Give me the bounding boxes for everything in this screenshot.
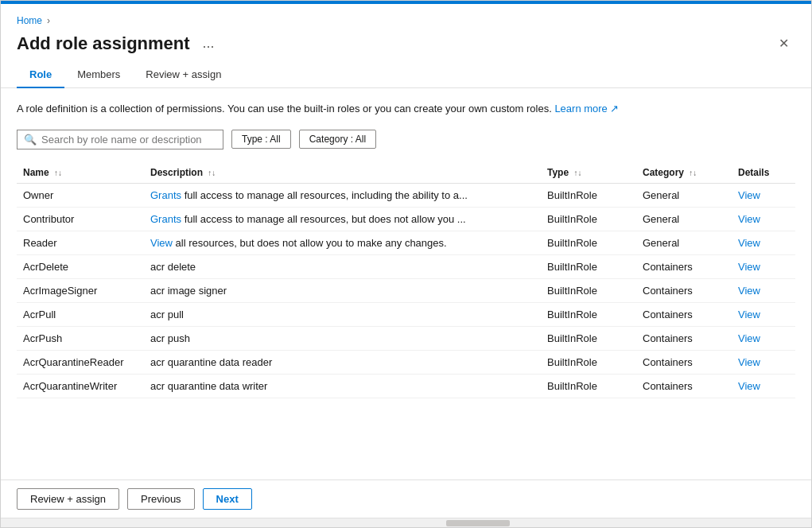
search-input[interactable]: [41, 134, 216, 146]
search-box: 🔍: [17, 130, 223, 149]
cell-name: AcrImageSigner: [17, 278, 144, 302]
cell-type: BuiltInRole: [541, 207, 636, 231]
cell-description: acr pull: [144, 302, 541, 326]
table-row[interactable]: AcrPullacr pullBuiltInRoleContainersView: [17, 302, 795, 326]
table-row[interactable]: AcrImageSigneracr image signerBuiltInRol…: [17, 278, 795, 302]
cell-name: AcrPull: [17, 302, 144, 326]
table-row[interactable]: ReaderView all resources, but does not a…: [17, 231, 795, 254]
cell-name: AcrQuarantineWriter: [17, 374, 144, 398]
cell-name: Owner: [17, 183, 144, 207]
cell-type: BuiltInRole: [541, 350, 636, 374]
cell-type: BuiltInRole: [541, 374, 636, 398]
cell-category: Containers: [636, 254, 732, 278]
table-header-row: Name ↑↓ Description ↑↓ Type ↑↓ Category …: [17, 162, 795, 184]
view-link[interactable]: View: [738, 237, 760, 249]
col-header-details: Details: [732, 162, 795, 184]
tab-review-assign[interactable]: Review + assign: [133, 62, 234, 88]
page-title: Add role assignment: [17, 33, 190, 54]
cell-description: acr quarantine data writer: [144, 374, 541, 398]
close-button[interactable]: ✕: [772, 33, 795, 54]
cell-details: View: [732, 374, 795, 398]
content-area: A role definition is a collection of per…: [1, 88, 811, 479]
view-link[interactable]: View: [738, 285, 760, 297]
roles-table: Name ↑↓ Description ↑↓ Type ↑↓ Category …: [17, 162, 795, 398]
horizontal-scrollbar[interactable]: [1, 518, 811, 527]
breadcrumb: Home ›: [1, 4, 811, 29]
cell-description: Grants full access to manage all resourc…: [144, 207, 541, 231]
cell-type: BuiltInRole: [541, 231, 636, 254]
cell-type: BuiltInRole: [541, 183, 636, 207]
view-link[interactable]: View: [738, 309, 760, 320]
category-sort-icon: ↑↓: [689, 169, 697, 177]
title-row: Add role assignment ... ✕: [1, 29, 811, 62]
view-link[interactable]: View: [738, 189, 760, 201]
next-button[interactable]: Next: [203, 488, 252, 510]
cell-description: Grants full access to manage all resourc…: [144, 183, 541, 207]
cell-details: View: [732, 183, 795, 207]
table-row[interactable]: AcrPushacr pushBuiltInRoleContainersView: [17, 326, 795, 350]
type-filter-pill[interactable]: Type : All: [231, 130, 291, 149]
table-row[interactable]: ContributorGrants full access to manage …: [17, 207, 795, 231]
view-link[interactable]: View: [738, 213, 760, 225]
cell-name: AcrQuarantineReader: [17, 350, 144, 374]
view-link[interactable]: View: [738, 261, 760, 273]
table-body: OwnerGrants full access to manage all re…: [17, 183, 795, 398]
col-header-type[interactable]: Type ↑↓: [541, 162, 636, 184]
cell-name: AcrPush: [17, 326, 144, 350]
category-filter-pill[interactable]: Category : All: [299, 130, 376, 149]
cell-description: acr image signer: [144, 278, 541, 302]
type-sort-icon: ↑↓: [573, 169, 581, 177]
title-row-left: Add role assignment ...: [17, 33, 220, 54]
ellipsis-button[interactable]: ...: [198, 33, 220, 53]
footer: Review + assign Previous Next: [1, 479, 811, 518]
col-header-name[interactable]: Name ↑↓: [17, 162, 144, 184]
search-icon: 🔍: [24, 134, 37, 146]
horizontal-scroll-thumb[interactable]: [446, 520, 510, 526]
cell-category: Containers: [636, 374, 732, 398]
cell-details: View: [732, 207, 795, 231]
cell-details: View: [732, 350, 795, 374]
table-row[interactable]: AcrDeleteacr deleteBuiltInRoleContainers…: [17, 254, 795, 278]
breadcrumb-separator: ›: [47, 15, 50, 26]
cell-category: General: [636, 231, 732, 254]
tab-members[interactable]: Members: [64, 62, 133, 88]
filter-row: 🔍 Type : All Category : All: [17, 130, 795, 149]
learn-more-link[interactable]: Learn more ↗: [554, 103, 619, 115]
cell-description: acr push: [144, 326, 541, 350]
cell-details: View: [732, 302, 795, 326]
cell-category: General: [636, 183, 732, 207]
cell-description: View all resources, but does not allow y…: [144, 231, 541, 254]
table-row[interactable]: OwnerGrants full access to manage all re…: [17, 183, 795, 207]
cell-type: BuiltInRole: [541, 278, 636, 302]
col-header-category[interactable]: Category ↑↓: [636, 162, 732, 184]
view-link[interactable]: View: [738, 380, 760, 392]
tabs-container: Role Members Review + assign: [1, 62, 811, 88]
table-row[interactable]: AcrQuarantineWriteracr quarantine data w…: [17, 374, 795, 398]
cell-details: View: [732, 231, 795, 254]
cell-type: BuiltInRole: [541, 254, 636, 278]
view-link[interactable]: View: [738, 332, 760, 344]
cell-description: acr delete: [144, 254, 541, 278]
cell-category: Containers: [636, 278, 732, 302]
cell-type: BuiltInRole: [541, 302, 636, 326]
previous-button[interactable]: Previous: [127, 488, 195, 510]
cell-type: BuiltInRole: [541, 326, 636, 350]
cell-details: View: [732, 254, 795, 278]
description-text: A role definition is a collection of per…: [17, 101, 795, 117]
cell-category: General: [636, 207, 732, 231]
table-row[interactable]: AcrQuarantineReaderacr quarantine data r…: [17, 350, 795, 374]
cell-name: AcrDelete: [17, 254, 144, 278]
cell-details: View: [732, 326, 795, 350]
table-header: Name ↑↓ Description ↑↓ Type ↑↓ Category …: [17, 162, 795, 184]
view-link[interactable]: View: [738, 356, 760, 368]
col-header-description[interactable]: Description ↑↓: [144, 162, 541, 184]
breadcrumb-home[interactable]: Home: [17, 15, 42, 26]
description-sort-icon: ↑↓: [208, 169, 216, 177]
review-assign-button[interactable]: Review + assign: [17, 488, 119, 510]
cell-category: Containers: [636, 302, 732, 326]
cell-description: acr quarantine data reader: [144, 350, 541, 374]
cell-category: Containers: [636, 350, 732, 374]
cell-name: Contributor: [17, 207, 144, 231]
tab-role[interactable]: Role: [17, 62, 64, 88]
cell-details: View: [732, 278, 795, 302]
